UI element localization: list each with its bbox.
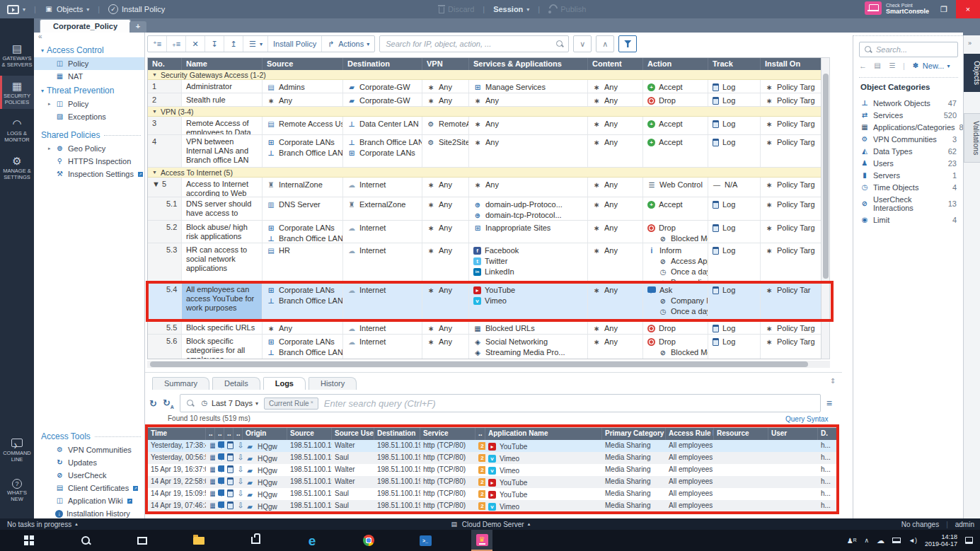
rail-item-gateways-servers[interactable]: ▤GATEWAYS & SERVERS: [0, 38, 34, 71]
install-policy-menu-button[interactable]: ✓Install Policy: [108, 4, 165, 14]
session-menu-button[interactable]: Session▾: [493, 5, 529, 13]
logs-column-header[interactable]: ..: [234, 428, 243, 440]
section-header-row[interactable]: ▼Access To Internet (5): [148, 168, 821, 178]
object-category-services[interactable]: ⇄Services520: [853, 109, 964, 121]
logs-column-header[interactable]: Access Rule N...: [666, 428, 714, 440]
column-header-name[interactable]: Name: [182, 58, 263, 70]
logs-search-input[interactable]: [324, 398, 814, 409]
log-row[interactable]: Yesterday, 00:56:52▦⇩▰HQgw198.51.100.193…: [148, 452, 838, 464]
logs-column-header[interactable]: ..: [206, 428, 215, 440]
rail-item-whats-new[interactable]: ?WHAT'S NEW: [0, 472, 34, 506]
logs-column-header[interactable]: ..: [215, 428, 224, 440]
time-range-selector[interactable]: ◷Last 7 Days▾: [200, 399, 258, 407]
nav-item-nat[interactable]: ▦NAT: [34, 70, 145, 83]
rulebase-horizontal-scrollbar[interactable]: [147, 361, 830, 368]
logs-column-header[interactable]: User: [768, 428, 818, 440]
logs-tab-history[interactable]: History: [309, 377, 357, 390]
rule-row-5-3[interactable]: 5.3HR can access to social network appli…: [148, 243, 821, 283]
logs-column-header[interactable]: Source: [287, 428, 332, 440]
nav-item-exceptions[interactable]: ▨Exceptions: [34, 110, 145, 123]
logs-column-header[interactable]: Source User N...: [332, 428, 374, 440]
query-syntax-link[interactable]: Query Syntax: [785, 415, 829, 423]
object-category-usercheck-interactions[interactable]: ⊘UserCheck Interactions13: [853, 193, 964, 214]
app-menu-button[interactable]: ▾: [7, 5, 25, 14]
discard-button[interactable]: Discard: [439, 5, 474, 13]
objects-search-input[interactable]: [876, 45, 953, 54]
install-policy-button[interactable]: Install Policy: [268, 36, 322, 52]
rulebase-search-input[interactable]: [380, 40, 555, 48]
rail-item-logs-monitor[interactable]: ◠LOGS & MONITOR: [0, 113, 34, 146]
page-icon[interactable]: ▤: [873, 62, 882, 70]
expand-panel-icon[interactable]: »: [968, 40, 972, 47]
delete-rule-button[interactable]: ✕: [186, 36, 205, 52]
onedrive-cloud-icon[interactable]: ☁: [877, 536, 884, 545]
object-category-applications-categories[interactable]: ▦Applications/Categories8: [853, 121, 964, 133]
maximize-button[interactable]: ❐: [932, 0, 956, 18]
column-header-services-applications[interactable]: Services & Applications: [469, 58, 588, 70]
logs-column-header[interactable]: ..: [224, 428, 234, 440]
rule-row-5-6[interactable]: 5.6Block specific categoriies for all em…: [148, 335, 821, 359]
rule-row-5-1[interactable]: 5.1DNS server should have access to▥DNS …: [148, 197, 821, 221]
taskbar-edge-button[interactable]: e: [301, 530, 323, 551]
minimize-button[interactable]: –: [908, 0, 932, 18]
nav-item-policy[interactable]: ▸◫Policy: [34, 98, 145, 110]
panel-splitter[interactable]: [145, 372, 842, 375]
column-header-vpn[interactable]: VPN: [422, 58, 469, 70]
server-status[interactable]: ▤Cloud Demo Server▴: [450, 520, 530, 528]
rule-row-4[interactable]: 4VPN between Internal LANs and Branch of…: [148, 135, 821, 168]
column-header-no-[interactable]: No.: [148, 58, 182, 70]
back-icon[interactable]: ←: [859, 62, 867, 70]
logs-column-header[interactable]: Resource: [714, 428, 768, 440]
find-next-button[interactable]: ∨: [573, 35, 592, 52]
taskbar-task-view-button[interactable]: [132, 530, 153, 551]
nav-item-application-wiki[interactable]: ◫Application Wiki↗: [34, 494, 145, 507]
side-tab-objects[interactable]: Objects: [964, 54, 980, 92]
rail-item-manage-settings[interactable]: ⚙MANAGE & SETTINGS: [0, 151, 34, 184]
nav-item-vpn-communities[interactable]: ⚙VPN Communities: [34, 443, 145, 456]
find-previous-button[interactable]: ∧: [596, 35, 614, 52]
rail-item-security-policies[interactable]: ▦SECURITY POLICIES: [0, 76, 34, 109]
people-icon[interactable]: ♟ᴿ: [847, 537, 856, 545]
collapse-panel-icon[interactable]: «: [38, 33, 42, 40]
logs-column-header[interactable]: Primary Category: [602, 428, 666, 440]
rule-row-5-2[interactable]: 5.2Block abuse/ high risk applications⊞C…: [148, 221, 821, 243]
log-row[interactable]: 15 Apr 19, 16:37:04▦⇩▰HQgw198.51.100.193…: [148, 464, 838, 476]
rule-row-3[interactable]: 3Remote Access of employees to Data Cent…: [148, 117, 821, 135]
object-category-limit[interactable]: ◉Limit4: [853, 214, 964, 226]
log-row[interactable]: 14 Apr 19, 22:58:00▦⇩▰HQgw198.51.100.193…: [148, 476, 838, 488]
nav-item-geo-policy[interactable]: ▸⊚Geo Policy: [34, 142, 145, 155]
taskbar-start-button[interactable]: [18, 530, 40, 551]
chevron-up-icon[interactable]: ∧: [864, 537, 869, 544]
logs-column-header[interactable]: Origin: [243, 428, 287, 440]
logs-tab-details[interactable]: Details: [212, 377, 260, 390]
object-category-servers[interactable]: ▮Servers1: [853, 169, 964, 181]
nav-item-usercheck[interactable]: ⊘UserCheck: [34, 469, 145, 482]
nav-group-access-control[interactable]: ▾Access Control: [34, 42, 145, 57]
column-header-track[interactable]: Track: [708, 58, 761, 70]
logs-column-header[interactable]: Application Name: [485, 428, 602, 440]
object-category-time-objects[interactable]: ◷Time Objects4: [853, 181, 964, 193]
rule-row-2[interactable]: 2Stealth rule∗Any▰Corporate-GW∗Any∗Any∗A…: [148, 93, 821, 107]
logs-column-header[interactable]: Service: [420, 428, 475, 440]
column-header-action[interactable]: Action: [643, 58, 708, 70]
remove-chip-icon[interactable]: ×: [311, 400, 313, 405]
object-category-vpn-communities[interactable]: ⚙VPN Communities3: [853, 133, 964, 145]
section-header-row[interactable]: ▼Security Gateways Access (1-2): [148, 70, 821, 80]
logs-column-header[interactable]: Destination: [374, 428, 420, 440]
taskbar-clock[interactable]: 14:182019-04-17: [925, 533, 957, 547]
logs-column-header[interactable]: D.: [818, 428, 838, 440]
column-header-destination[interactable]: Destination: [343, 58, 422, 70]
network-icon[interactable]: [892, 538, 901, 543]
column-header-content[interactable]: Content: [588, 58, 643, 70]
tasks-status[interactable]: No tasks in progress▴: [0, 521, 78, 528]
nav-item-inspection-settings[interactable]: ⚒Inspection Settings↗: [34, 168, 145, 180]
nav-item-policy[interactable]: ◫Policy: [34, 57, 145, 70]
log-row[interactable]: Yesterday, 17:38:42▦⇩▰HQgw198.51.100.193…: [148, 440, 838, 452]
column-header-install-on[interactable]: Install On: [761, 58, 821, 70]
rulebase-vertical-scrollbar[interactable]: [821, 57, 830, 359]
list-view-icon[interactable]: ☰: [888, 62, 897, 70]
nav-group-threat-prevention[interactable]: ▾Threat Prevention: [34, 83, 145, 98]
logs-menu-icon[interactable]: ≡: [826, 398, 832, 409]
close-button[interactable]: ×: [956, 0, 980, 18]
nav-item-client-certificates[interactable]: ▤Client Certificates↗: [34, 482, 145, 494]
